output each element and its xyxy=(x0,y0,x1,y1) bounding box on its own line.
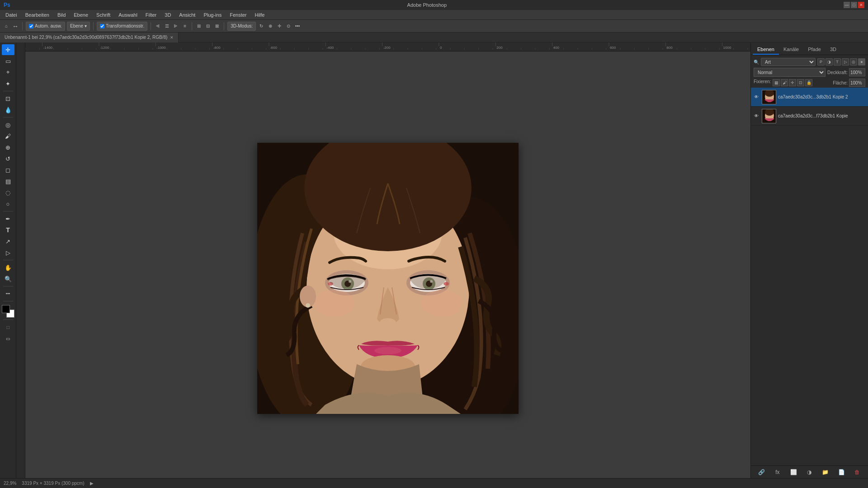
blur-btn[interactable]: ◌ xyxy=(2,187,14,198)
history-btn[interactable]: ↺ xyxy=(2,153,14,164)
foreground-color-chip[interactable] xyxy=(2,305,10,313)
filter-smart-btn[interactable]: ◎ xyxy=(850,58,857,66)
menu-fenster[interactable]: Fenster xyxy=(226,11,250,19)
zoom-btn[interactable]: 🔍 xyxy=(2,273,14,284)
transform-label: Transformationsstr. xyxy=(106,23,144,28)
eyedropper-btn[interactable]: 💧 xyxy=(2,104,14,115)
move-options-icon[interactable]: ↔ xyxy=(12,23,19,30)
layer-item-1[interactable]: 👁 ca7aedc30a2d3c...3db2b1 Kopie 2 xyxy=(751,88,868,107)
layer-eye-2[interactable]: 👁 xyxy=(753,113,760,120)
lock-artboard-btn[interactable]: ⊡ xyxy=(797,79,804,86)
filter-toggle-btn[interactable]: ● xyxy=(858,58,865,66)
more-options-icon[interactable]: ••• xyxy=(294,23,301,30)
move-tool-btn[interactable]: ✛ xyxy=(2,44,14,55)
dodge-btn[interactable]: ○ xyxy=(2,198,14,209)
doc-tab-close[interactable]: ✕ xyxy=(170,35,174,40)
lock-all-btn[interactable]: 🔒 xyxy=(805,79,812,86)
autom-button[interactable]: Autom. ausw. xyxy=(26,22,65,31)
lock-move-btn[interactable]: ✛ xyxy=(789,79,796,86)
lock-transparent-btn[interactable]: ▦ xyxy=(773,79,780,86)
tool-sep-7 xyxy=(3,319,13,320)
home-icon[interactable]: ⌂ xyxy=(3,23,10,30)
minimize-button[interactable]: — xyxy=(844,2,850,8)
autom-checkbox[interactable] xyxy=(29,24,33,28)
pan-icon[interactable]: ✛ xyxy=(276,23,283,30)
arrange3-icon[interactable]: ⊠ xyxy=(213,23,221,30)
tab-3d[interactable]: 3D xyxy=(826,45,841,55)
spot-heal-btn[interactable]: ◎ xyxy=(2,119,14,130)
new-group-btn[interactable]: 📁 xyxy=(821,468,830,476)
select-rect-btn[interactable]: ▭ xyxy=(2,56,14,66)
panel-tabs: Ebenen Kanäle Pfade 3D xyxy=(751,42,868,55)
menu-hilfe[interactable]: Hilfe xyxy=(251,11,268,19)
filter-type-btn[interactable]: T xyxy=(834,58,841,66)
ebene-chevron: ▾ xyxy=(85,23,87,28)
gradient-btn[interactable]: ▤ xyxy=(2,176,14,187)
brush-btn[interactable]: 🖌 xyxy=(2,131,14,141)
lasso-btn[interactable]: ⌖ xyxy=(2,67,14,78)
hand-btn[interactable]: ✋ xyxy=(2,262,14,273)
menu-plugins[interactable]: Plug-ins xyxy=(200,11,225,19)
menu-auswahl[interactable]: Auswahl xyxy=(115,11,141,19)
arrange-icon[interactable]: ⊞ xyxy=(195,23,203,30)
menu-schrift[interactable]: Schrift xyxy=(93,11,114,19)
link-layers-btn[interactable]: 🔗 xyxy=(758,468,766,476)
eraser-btn[interactable]: ◻ xyxy=(2,164,14,175)
add-mask-btn[interactable]: ⬜ xyxy=(789,468,797,476)
canvas-area[interactable]: -1400-1200-1000-800-600-400-200020040060… xyxy=(16,42,750,478)
rotate-icon[interactable]: ↻ xyxy=(258,23,265,30)
distribute-icon[interactable]: ≡ xyxy=(181,23,189,30)
crop-btn[interactable]: ⊡ xyxy=(2,93,14,104)
arrange2-icon[interactable]: ⊟ xyxy=(204,23,212,30)
filter-shape-btn[interactable]: ▷ xyxy=(842,58,849,66)
ebene-dropdown[interactable]: Ebene ▾ xyxy=(67,22,90,31)
transform-button[interactable]: Transformationsstr. xyxy=(97,22,147,31)
filter-adj-btn[interactable]: ◑ xyxy=(826,58,833,66)
tab-kanaele[interactable]: Kanäle xyxy=(779,45,803,55)
text-btn[interactable]: T xyxy=(2,225,14,235)
path-select-btn[interactable]: ↗ xyxy=(2,236,14,247)
tab-ebenen[interactable]: Ebenen xyxy=(753,45,779,55)
svg-rect-91 xyxy=(16,42,25,404)
align-right-icon[interactable]: ⫸ xyxy=(172,23,179,30)
menu-filter[interactable]: Filter xyxy=(142,11,160,19)
menu-bearbeiten[interactable]: Bearbeiten xyxy=(22,11,53,19)
orbit-icon[interactable]: ⊕ xyxy=(267,23,274,30)
new-fill-adj-btn[interactable]: ◑ xyxy=(805,468,813,476)
transform-checkbox[interactable] xyxy=(100,24,104,28)
new-layer-btn[interactable]: 📄 xyxy=(837,468,845,476)
menu-3d[interactable]: 3D xyxy=(161,11,175,19)
magic-wand-btn[interactable]: ✦ xyxy=(2,78,14,89)
layer-kind-select[interactable]: Art xyxy=(761,58,816,66)
delete-layer-btn[interactable]: 🗑 xyxy=(853,468,861,476)
add-style-btn[interactable]: fx xyxy=(774,468,782,476)
app-icon: Ps xyxy=(4,2,10,8)
layer-item-2[interactable]: 👁 ca7aedc30a2d3c...f73db2b1 Kopie xyxy=(751,107,868,126)
stamp-btn[interactable]: ⊕ xyxy=(2,142,14,153)
menu-ebene[interactable]: Ebene xyxy=(70,11,92,19)
shape-btn[interactable]: ▷ xyxy=(2,247,14,258)
tab-pfade[interactable]: Pfade xyxy=(803,45,826,55)
pen-btn[interactable]: ✒ xyxy=(2,213,14,224)
align-left-icon[interactable]: ⫷ xyxy=(154,23,161,30)
lock-paint-btn[interactable]: 🖌 xyxy=(781,79,788,86)
3d-modus-button[interactable]: 3D-Modus: xyxy=(227,22,256,31)
status-arrow[interactable]: ▶ xyxy=(90,481,94,486)
opacity-input[interactable] xyxy=(849,68,865,76)
extra-tools-btn[interactable]: ••• xyxy=(2,288,14,299)
blend-mode-select[interactable]: Normal xyxy=(754,68,826,77)
fill-input[interactable] xyxy=(849,79,865,87)
document-tab[interactable]: Unbenannt-1 bei 22,9% (ca7aedc30a2d3c90d… xyxy=(0,33,179,42)
filter-pixel-btn[interactable]: P xyxy=(817,58,825,66)
menu-datei[interactable]: Datei xyxy=(2,11,21,19)
align-center-icon[interactable]: ☰ xyxy=(163,23,170,30)
screen-mode-btn[interactable]: ▭ xyxy=(2,333,14,344)
quick-mask-btn[interactable]: ⬚ xyxy=(2,322,14,333)
canvas-container[interactable] xyxy=(25,52,750,478)
maximize-button[interactable]: □ xyxy=(851,2,857,8)
menu-ansicht[interactable]: Ansicht xyxy=(175,11,199,19)
layer-eye-1[interactable]: 👁 xyxy=(753,94,760,101)
zoom-3d-icon[interactable]: ⊙ xyxy=(285,23,292,30)
menu-bild[interactable]: Bild xyxy=(54,11,69,19)
close-button[interactable]: ✕ xyxy=(858,2,864,8)
